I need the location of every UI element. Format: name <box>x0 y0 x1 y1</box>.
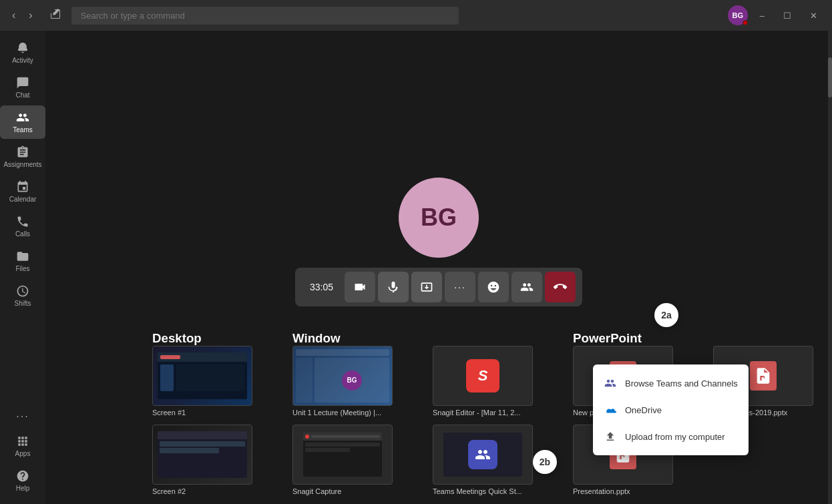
assignments-icon <box>16 146 29 159</box>
people-button[interactable] <box>511 272 542 302</box>
sidebar-chat-label: Chat <box>15 91 29 99</box>
scrollbar-track[interactable] <box>828 31 832 504</box>
sidebar-item-files[interactable]: Files <box>0 244 45 278</box>
sidebar-item-assignments[interactable]: Assignments <box>0 140 45 174</box>
end-call-icon <box>551 278 570 296</box>
chat-icon <box>16 76 29 89</box>
more-options-button[interactable]: ··· <box>445 272 475 302</box>
forward-button[interactable]: › <box>25 7 36 24</box>
bell-icon <box>16 41 29 55</box>
unit1-thumb: BG <box>292 346 393 406</box>
people-icon <box>520 280 534 294</box>
screen2-item[interactable]: Screen #2 <box>152 425 252 495</box>
teams-meeting-item[interactable]: Teams Meetings Quick St... <box>433 425 533 495</box>
snagit-editor-thumb: S <box>433 346 533 406</box>
desktop-heading: Desktop <box>152 331 252 346</box>
back-button[interactable]: ‹ <box>8 7 19 24</box>
sidebar-item-teams[interactable]: Teams <box>0 105 45 139</box>
snagit-s-icon: S <box>466 359 499 393</box>
teams-meeting-label: Teams Meetings Quick St... <box>433 487 533 495</box>
sidebar-teams-label: Teams <box>13 126 32 134</box>
files-icon <box>16 250 29 263</box>
sidebar-files-label: Files <box>15 265 29 272</box>
sidebar-item-more[interactable]: ··· <box>13 405 33 428</box>
tooltip-2b: 2b <box>533 450 557 474</box>
end-call-button[interactable] <box>545 272 576 302</box>
browse-teams-label: Browse Teams and Channels <box>625 379 738 389</box>
powerpoint-heading: PowerPoint <box>573 331 673 346</box>
sidebar-bottom: ··· Apps Help <box>13 405 33 504</box>
main-container: Activity Chat Teams Assignments Calendar <box>0 31 832 504</box>
presentation-label: Presentation.pptx <box>573 487 673 495</box>
avatar-badge <box>743 20 748 25</box>
caller-avatar: BG <box>399 178 479 258</box>
window-section: Window BG <box>292 331 393 495</box>
apps-icon <box>16 435 29 448</box>
screen2-thumb <box>152 425 252 485</box>
sidebar-apps-label: Apps <box>15 450 31 457</box>
sidebar-assignments-label: Assignments <box>3 161 41 168</box>
mic-icon <box>387 280 400 294</box>
reactions-icon <box>487 280 500 294</box>
sidebar-item-apps[interactable]: Apps <box>13 429 33 463</box>
window-heading: Window <box>292 331 393 346</box>
sidebar-calls-label: Calls <box>15 230 30 238</box>
more-dots: ··· <box>16 411 29 423</box>
sidebar-item-shifts[interactable]: Shifts <box>0 279 45 312</box>
snagit-editor-item[interactable]: S Snagit Editor - [Mar 11, 2... <box>433 346 533 417</box>
compose-button[interactable] <box>45 6 66 25</box>
browse-teams-item[interactable]: Browse Teams and Channels <box>593 370 749 397</box>
content-area: BG 33:05 <box>45 31 832 504</box>
sidebar-item-activity[interactable]: Activity <box>0 36 45 69</box>
nav-buttons: ‹ › <box>8 7 37 24</box>
sidebar-item-calls[interactable]: Calls <box>0 210 45 243</box>
sidebar: Activity Chat Teams Assignments Calendar <box>0 31 45 504</box>
mic-button[interactable] <box>378 272 409 302</box>
sidebar-shifts-label: Shifts <box>14 300 31 307</box>
desktop-section: Desktop <box>152 331 252 495</box>
sidebar-item-calendar[interactable]: Calendar <box>0 175 45 208</box>
scrollbar-thumb[interactable] <box>828 57 832 97</box>
call-controls: 33:05 ··· <box>295 268 582 306</box>
teams-meeting-thumb <box>433 425 533 485</box>
video-icon <box>353 280 367 294</box>
upload-item[interactable]: Upload from my computer <box>593 423 749 450</box>
tooltip-2a: 2a <box>654 303 678 327</box>
title-bar-right: BG – ☐ ✕ <box>728 5 824 25</box>
sidebar-item-chat[interactable]: Chat <box>0 71 45 104</box>
teams-logo-icon <box>604 376 617 390</box>
pptx2-heading <box>713 331 813 346</box>
video-button[interactable] <box>345 272 375 302</box>
share-icon <box>420 280 433 294</box>
upload-icon <box>604 430 617 443</box>
snagcapture-thumb <box>292 425 393 485</box>
call-area: BG 33:05 <box>45 31 832 504</box>
window2-heading <box>433 331 533 346</box>
minimize-button[interactable]: – <box>753 8 771 23</box>
calendar-icon <box>16 180 29 194</box>
unit1-label: Unit 1 Lecture (Meeting) |... <box>292 409 393 417</box>
title-bar: ‹ › BG – ☐ ✕ <box>0 0 832 31</box>
onedrive-item[interactable]: OneDrive <box>593 397 749 423</box>
maximize-button[interactable]: ☐ <box>777 8 798 23</box>
user-avatar-button[interactable]: BG <box>728 5 748 25</box>
shifts-icon <box>16 284 29 298</box>
screen1-label: Screen #1 <box>152 409 252 417</box>
help-icon <box>16 469 29 483</box>
sidebar-help-label: Help <box>16 485 30 492</box>
unit1-item[interactable]: BG Unit 1 Lecture (Meeting) |... <box>292 346 393 417</box>
snagcapture-label: Snagit Capture <box>292 487 393 495</box>
ppt-icon3 <box>750 361 777 391</box>
screen1-item[interactable]: Screen #1 <box>152 346 252 417</box>
sidebar-activity-label: Activity <box>12 57 33 64</box>
search-input[interactable] <box>71 7 459 25</box>
onedrive-label: OneDrive <box>625 405 662 415</box>
reactions-button[interactable] <box>478 272 509 302</box>
teams-icon <box>16 111 29 124</box>
close-button[interactable]: ✕ <box>803 8 824 23</box>
screen2-label: Screen #2 <box>152 487 252 495</box>
sidebar-item-help[interactable]: Help <box>13 464 33 497</box>
snagit-editor-label: Snagit Editor - [Mar 11, 2... <box>433 409 533 417</box>
snagcapture-item[interactable]: Snagit Capture <box>292 425 393 495</box>
share-screen-button[interactable] <box>411 272 442 302</box>
